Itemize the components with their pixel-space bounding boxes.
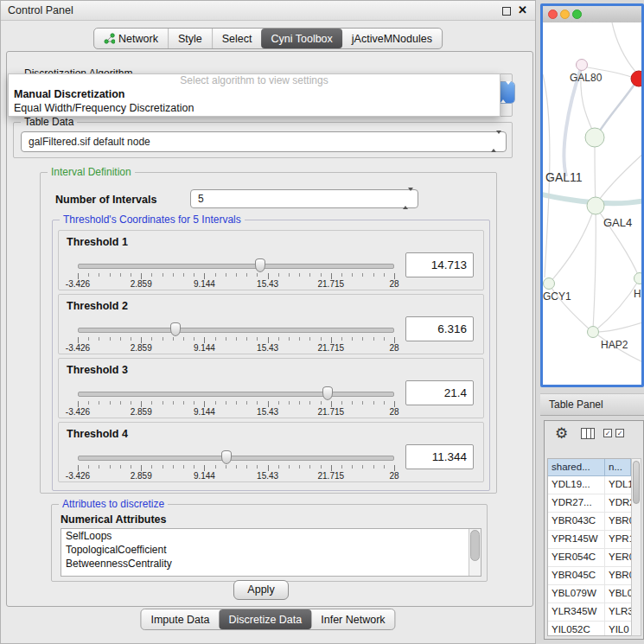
group-title: Table Data: [21, 116, 77, 128]
slider-track[interactable]: [78, 456, 394, 461]
table-panel-window: ⚙ ✓ ✓ shared... n... YDL19...YDL1YDR27..…: [544, 420, 644, 640]
slider-track[interactable]: [78, 392, 394, 397]
slider-tick: [99, 401, 99, 405]
control-panel-window: Control Panel ✕ Network Style Select Cyn…: [0, 0, 536, 644]
slider-tick: [352, 337, 353, 341]
column-header-name[interactable]: n...: [605, 459, 631, 476]
attribute-list-item[interactable]: TopologicalCoefficient: [61, 543, 481, 557]
slider-tick: [88, 273, 89, 277]
tab-cyni-toolbox[interactable]: Cyni Toolbox: [261, 29, 341, 48]
slider-scale-label: -3.426: [66, 407, 90, 417]
slider-tick: [204, 273, 205, 279]
network-node[interactable]: [544, 278, 555, 290]
network-node[interactable]: [577, 60, 588, 71]
close-icon[interactable]: ✕: [518, 3, 527, 16]
network-node[interactable]: [585, 128, 604, 147]
minimize-traffic-light[interactable]: [560, 10, 570, 19]
numerical-attributes-label: Numerical Attributes: [61, 513, 166, 526]
number-of-intervals-combo[interactable]: 5: [190, 189, 418, 208]
table-cell: YBR045C: [548, 567, 605, 584]
threshold-3-value-field[interactable]: 21.4: [405, 380, 474, 405]
thresholds-group: Threshold's Coordinates for 5 Intervals …: [52, 220, 490, 491]
algorithm-option-manual[interactable]: Manual Discretization: [9, 87, 500, 101]
network-icon: [104, 33, 115, 44]
threshold-2-slider[interactable]: -3.4262.8599.14415.4321.71528: [78, 321, 394, 353]
threshold-2-value-field[interactable]: 6.316: [405, 316, 474, 341]
network-node[interactable]: [631, 71, 641, 86]
table-panel-header[interactable]: Table Panel: [540, 393, 644, 416]
tab-select[interactable]: Select: [212, 29, 262, 48]
column-header-shared-name[interactable]: shared...: [548, 459, 605, 476]
tab-discretize-data[interactable]: Discretize Data: [220, 609, 312, 629]
threshold-label: Threshold 2: [67, 300, 128, 312]
slider-tick: [141, 401, 142, 407]
tab-label: Network: [118, 33, 158, 45]
threshold-1-panel: Threshold 1 -3.4262.8599.14415.4321.7152…: [58, 230, 484, 290]
table-row[interactable]: YDL19...YDL1: [548, 476, 631, 494]
window-title: Control Panel: [8, 4, 73, 16]
tab-impute-data[interactable]: Impute Data: [141, 609, 219, 629]
attribute-list-item[interactable]: SelfLoops: [61, 529, 481, 543]
attribute-list-item[interactable]: BetweennessCentrality: [61, 557, 481, 571]
network-canvas[interactable]: GAL80GAL11GAL4GCY1HHAP2: [543, 22, 641, 385]
slider-track[interactable]: [78, 328, 394, 333]
table-row[interactable]: YER054CYER0: [548, 549, 631, 567]
table-cell: YDL1: [605, 476, 631, 494]
slider-scale-label: -3.426: [66, 279, 90, 289]
close-traffic-light[interactable]: [548, 10, 558, 19]
slider-scale-label: 28: [389, 407, 399, 417]
tab-label: Select: [222, 33, 252, 45]
slider-scale-label: 2.859: [131, 343, 152, 353]
table-row[interactable]: YPR145WYPR1: [548, 531, 631, 549]
slider-tick: [173, 273, 174, 277]
tab-network[interactable]: Network: [94, 29, 168, 48]
table-data-combo[interactable]: galFiltered.sif default node: [21, 131, 507, 152]
threshold-1-value-field[interactable]: 14.713: [405, 252, 474, 277]
slider-thumb[interactable]: [255, 258, 265, 272]
table-row[interactable]: YBR045CYBR0: [548, 567, 631, 585]
network-node[interactable]: [588, 327, 599, 338]
network-node[interactable]: [634, 273, 642, 284]
threshold-4-slider[interactable]: -3.4262.8599.14415.4321.71528: [78, 449, 394, 481]
table-row[interactable]: YBL079WYBL0: [548, 585, 631, 603]
apply-button[interactable]: Apply: [233, 580, 289, 600]
slider-tick: [151, 273, 152, 277]
tab-label: Cyni Toolbox: [271, 33, 332, 45]
table-row[interactable]: YDR27...YDR2: [548, 494, 631, 513]
tab-jactivemnodules[interactable]: jActiveMNodules: [342, 29, 442, 48]
table-scrollbar[interactable]: [631, 458, 641, 636]
table-row[interactable]: YLR345WYLR3: [548, 603, 631, 622]
top-tab-bar: Network Style Select Cyni Toolbox jActiv…: [93, 28, 443, 49]
threshold-1-slider[interactable]: -3.4262.8599.14415.4321.71528: [78, 257, 394, 289]
slider-thumb[interactable]: [221, 450, 232, 464]
float-window-icon[interactable]: [502, 7, 511, 16]
algorithm-option-equal-width[interactable]: Equal Width/Frequency Discretization: [9, 101, 500, 115]
table-cell: YIL052C: [548, 622, 605, 636]
table-columns-icon[interactable]: [581, 428, 595, 439]
gear-icon[interactable]: ⚙: [555, 424, 568, 443]
threshold-3-slider[interactable]: -3.4262.8599.14415.4321.71528: [78, 385, 394, 417]
table-cell: YBL079W: [548, 585, 605, 603]
threshold-4-value-field[interactable]: 11.344: [405, 444, 474, 469]
table-row[interactable]: YIL052CYIL0: [548, 622, 631, 636]
slider-tick: [204, 337, 205, 343]
scrollbar-thumb[interactable]: [470, 530, 480, 561]
network-window-titlebar: [543, 6, 641, 23]
tab-infer-network[interactable]: Infer Network: [311, 609, 394, 629]
attributes-scrollbar[interactable]: [469, 529, 481, 576]
checkbox-icon[interactable]: ✓: [603, 429, 612, 437]
number-of-intervals-value: 5: [198, 193, 204, 205]
checkbox-icon[interactable]: ✓: [615, 429, 624, 437]
tab-label: Infer Network: [321, 614, 385, 626]
slider-tick: [394, 401, 395, 407]
slider-track[interactable]: [78, 264, 394, 269]
slider-thumb[interactable]: [322, 386, 333, 400]
slider-thumb[interactable]: [170, 322, 181, 336]
attributes-list[interactable]: SelfLoopsTopologicalCoefficientBetweenne…: [61, 528, 481, 577]
scrollbar-thumb[interactable]: [633, 461, 640, 504]
table-row[interactable]: YBR043CYBR0: [548, 513, 631, 531]
network-node[interactable]: [587, 197, 604, 214]
slider-scale-label: 9.144: [194, 471, 215, 481]
zoom-traffic-light[interactable]: [572, 10, 582, 19]
tab-style[interactable]: Style: [168, 29, 212, 48]
